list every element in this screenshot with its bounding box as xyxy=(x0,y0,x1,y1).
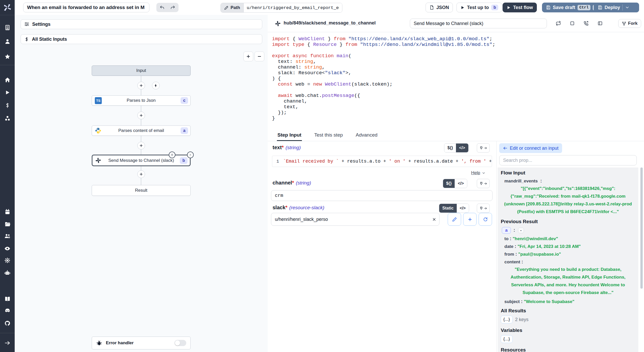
prop-value[interactable]: "[{"event":"inbound","ts":1683819426,"ms… xyxy=(501,185,635,216)
collapse-arrow-right-icon[interactable] xyxy=(2,339,13,347)
plug-icon xyxy=(479,181,484,186)
path-chip[interactable]: Path xyxy=(221,3,244,12)
template-mode-button[interactable]: ${} xyxy=(444,144,456,152)
scrollbar-thumb[interactable] xyxy=(640,167,643,289)
connect-input-button[interactable] xyxy=(477,143,490,153)
flow-node-input[interactable]: Input xyxy=(92,65,191,76)
add-step-button[interactable] xyxy=(137,112,145,119)
expand-object-chip[interactable]: {...} xyxy=(501,316,513,323)
test-up-to-button[interactable]: Test up to b xyxy=(456,3,502,12)
sidebar-divider xyxy=(0,65,15,65)
step-a-chip[interactable]: a xyxy=(502,227,511,234)
prop-value[interactable]: "Everything you need to build a product:… xyxy=(501,266,635,297)
static-inputs-label: All Static Inputs xyxy=(32,37,67,42)
json-button[interactable]: JSON xyxy=(426,3,453,12)
zoom-in-button[interactable] xyxy=(243,52,253,61)
flow-node-parses-to-json[interactable]: TS Parses to Json c xyxy=(92,95,191,106)
typescript-icon: TS xyxy=(95,97,102,104)
text-expression-editor[interactable]: 1 `Email received by ` + results.a.to + … xyxy=(272,156,492,167)
context-browser: Flow Input mandrill_events : "[{"event":… xyxy=(498,167,638,352)
code-editor[interactable]: import { WebClient } from "https://deno.… xyxy=(268,32,644,133)
add-step-button[interactable] xyxy=(137,82,145,89)
settings-bar[interactable]: Settings xyxy=(21,19,262,29)
clear-resource-button[interactable] xyxy=(429,217,439,222)
tab-step-input[interactable]: Step Input xyxy=(277,132,302,141)
favorites-star-icon[interactable] xyxy=(2,52,13,61)
chevron-down-icon[interactable] xyxy=(625,5,630,10)
static-mode-button[interactable]: Static xyxy=(439,204,457,213)
tab-test-this-step[interactable]: Test this step xyxy=(314,132,343,141)
folders-icon[interactable] xyxy=(2,220,13,229)
add-step-button[interactable] xyxy=(137,142,145,149)
redo-button[interactable] xyxy=(168,4,177,11)
js-mode-button[interactable]: </> xyxy=(457,204,469,213)
groups-users-icon[interactable] xyxy=(2,232,13,240)
home-icon[interactable] xyxy=(2,76,13,84)
undo-button[interactable] xyxy=(157,4,167,11)
test-flow-button[interactable]: Test flow xyxy=(503,3,537,12)
js-mode-button[interactable]: </> xyxy=(456,144,468,152)
zoom-out-button[interactable] xyxy=(255,52,264,61)
js-mode-button[interactable]: </> xyxy=(455,179,467,188)
runs-play-icon[interactable] xyxy=(2,88,13,97)
channel-value-input[interactable] xyxy=(271,190,493,201)
prop-value[interactable]: "henri@windmill.dev" xyxy=(513,236,558,241)
connect-input-button[interactable] xyxy=(477,204,490,213)
deploy-button[interactable]: Deploy xyxy=(594,3,639,12)
edit-resource-button[interactable] xyxy=(448,213,461,226)
expand-editor-icon[interactable] xyxy=(570,21,575,26)
audit-eye-icon[interactable] xyxy=(2,244,13,253)
move-node-button[interactable] xyxy=(169,152,175,158)
help-link[interactable]: Help xyxy=(470,170,487,176)
trigger-bolt-button[interactable] xyxy=(152,82,160,89)
prop-value[interactable]: "paul@supabase.io" xyxy=(518,252,561,257)
prop-key[interactable]: from xyxy=(504,252,514,257)
template-mode-button[interactable]: ${} xyxy=(443,179,455,188)
bolt-icon xyxy=(154,83,158,88)
prop-value[interactable]: "Fri, Apr 14, 2023 at 10:28 AM" xyxy=(518,244,581,249)
workspace-icon[interactable] xyxy=(2,23,13,32)
search-prop-input[interactable] xyxy=(499,155,637,165)
docs-book-icon[interactable] xyxy=(2,295,13,303)
flow-node-parses-content[interactable]: Parses content of email a xyxy=(92,125,191,136)
path-input[interactable] xyxy=(244,3,342,12)
static-inputs-bar[interactable]: All Static Inputs xyxy=(21,34,262,44)
prop-value[interactable]: "Welcome to Supabase" xyxy=(524,299,574,304)
flow-node-send-message-selected[interactable]: Send Message to Channel (slack) b xyxy=(92,155,191,166)
edit-or-connect-button[interactable]: Edit or connect an input xyxy=(499,143,562,153)
error-handler-toggle[interactable] xyxy=(174,340,186,346)
prop-key[interactable]: to xyxy=(504,236,509,241)
save-draft-button[interactable]: Save draft Ctrl S xyxy=(542,3,603,12)
settings-gear-icon[interactable] xyxy=(2,256,13,265)
flow-title-input[interactable] xyxy=(23,3,149,12)
add-resource-button[interactable] xyxy=(463,213,477,226)
prop-key[interactable]: subject xyxy=(504,299,520,304)
resources-boxes-icon[interactable] xyxy=(2,114,13,123)
error-handler-node[interactable]: Error handler xyxy=(92,337,191,349)
slack-resource-value[interactable] xyxy=(271,217,429,222)
left-sidebar xyxy=(0,0,15,352)
windmill-logo[interactable] xyxy=(0,0,15,15)
prop-key[interactable]: content xyxy=(504,259,520,264)
delete-node-button[interactable] xyxy=(187,152,194,158)
add-step-button[interactable] xyxy=(137,170,145,178)
schedules-calendar-icon[interactable] xyxy=(2,207,13,216)
expand-object-chip[interactable]: {...} xyxy=(501,335,513,343)
github-icon[interactable] xyxy=(2,319,13,328)
prop-key[interactable]: mandrill_events xyxy=(504,179,538,183)
swap-script-icon[interactable] xyxy=(556,21,561,26)
tab-advanced[interactable]: Advanced xyxy=(355,132,378,141)
workers-bot-icon[interactable] xyxy=(2,268,13,277)
connect-input-button[interactable] xyxy=(477,179,490,188)
prop-key[interactable]: date xyxy=(504,244,513,249)
refresh-resource-button[interactable] xyxy=(479,213,492,226)
webhook-phone-icon[interactable] xyxy=(583,21,589,26)
collapse-chip[interactable]: - xyxy=(518,228,524,233)
discord-icon[interactable] xyxy=(2,306,13,315)
fork-button[interactable]: Fork xyxy=(618,19,641,28)
user-icon[interactable] xyxy=(2,37,13,46)
flow-node-result[interactable]: Result xyxy=(92,185,191,196)
step-summary-input[interactable] xyxy=(410,19,547,28)
panel-layout-icon[interactable] xyxy=(597,21,603,26)
variables-dollar-icon[interactable] xyxy=(2,101,13,110)
